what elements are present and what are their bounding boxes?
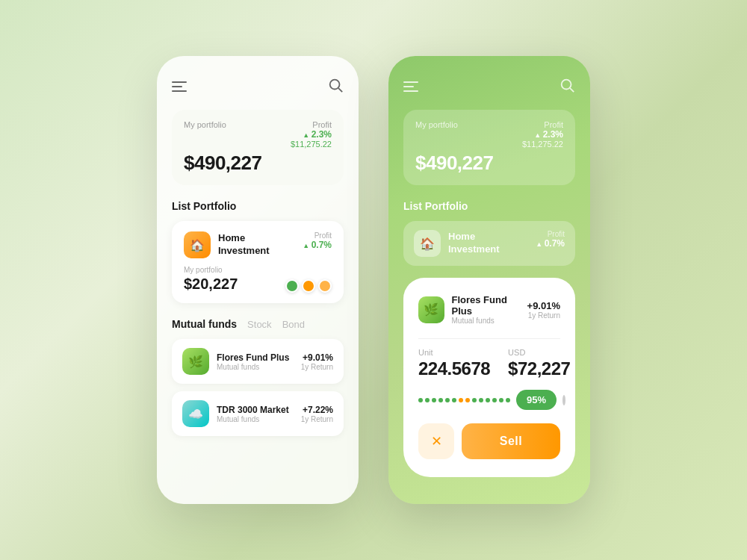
right-investment-profit-column: Profit 0.7% [536,230,565,249]
right-investment-profit-label: Profit [536,230,565,238]
search-icon[interactable] [327,77,344,96]
tab-stock[interactable]: Stock [247,319,272,330]
portfolio-value: $490,227 [184,152,332,175]
fund-right-tdr: +7.22% 1y Return [301,405,333,423]
right-investment-name: HomeInvestment [448,231,500,256]
right-home-investment-card[interactable]: 🏠 HomeInvestment Profit 0.7% [403,221,575,266]
investment-name: HomeInvestment [218,232,270,258]
sheet-fund-type: Mutual funds [452,317,527,325]
fund-icon-flores: 🌿 [182,348,209,375]
sdot-3 [432,398,436,402]
right-portfolio-value: $490,227 [415,152,563,175]
investment-icon-name: 🏠 HomeInvestment [184,231,270,258]
fund-return-label-flores: 1y Return [301,363,333,371]
hamburger-menu-icon[interactable] [172,81,187,92]
investment-portfolio-value: $20,227 [184,276,238,293]
right-list-portfolio-title: List Portfolio [403,200,575,212]
usd-metric: USD $72,227 [508,348,570,379]
right-profit-amount: $11,275.22 [522,140,563,149]
sdot-1 [418,398,423,402]
svg-line-3 [570,88,574,92]
sheet-divider [418,338,560,339]
dot-yellow [318,279,332,293]
sdot-13 [499,398,503,402]
right-portfolio-label: My portfolio [415,120,458,129]
fund-type-flores: Mutual funds [217,363,289,371]
investment-dots [285,279,332,293]
sdot-10 [479,398,483,402]
fund-card-flores[interactable]: 🌿 Flores Fund Plus Mutual funds +9.01% 1… [172,339,344,384]
investment-profit-column: Profit 0.7% [303,231,332,250]
home-investment-icon: 🏠 [184,231,211,258]
dot-green [285,279,299,293]
right-portfolio-card: My portfolio Profit 2.3% $11,275.22 $490… [403,110,575,185]
profit-percentage: 2.3% [291,129,332,140]
sdot-8 [465,398,470,402]
unit-metric: Unit 224.5678 [418,348,490,379]
usd-label: USD [508,348,570,357]
sdot-7 [459,398,463,402]
home-investment-card[interactable]: 🏠 HomeInvestment Profit 0.7% My portfoli… [172,221,344,303]
right-search-icon[interactable] [559,77,575,96]
right-profit-pct: 2.3% [522,129,563,140]
sheet-return-pct: +9.01% [527,300,560,311]
right-profit-label: Profit [522,120,563,129]
metrics-row: Unit 224.5678 USD $72,227 [418,348,560,379]
cancel-button[interactable]: ✕ [418,423,454,459]
profit-column: Profit 2.3% $11,275.22 [291,120,332,149]
bottom-sheet: 🌿 Flores Fund Plus Mutual funds +9.01% 1… [403,278,575,477]
dot-orange [302,279,315,293]
portfolio-label: My portfolio [184,120,226,129]
button-row: ✕ Sell [418,423,560,459]
sdot-2 [425,398,430,402]
profit-label: Profit [291,120,332,129]
sell-button[interactable]: Sell [462,423,560,459]
sheet-fund-right: +9.01% 1y Return [527,300,560,320]
fund-icon-tdr: ☁️ [182,400,209,427]
fund-return-pct-flores: +9.01% [301,352,333,363]
fund-name-tdr: TDR 3000 Market [217,405,289,415]
sdot-4 [438,398,443,402]
right-investment-icon-name: 🏠 HomeInvestment [414,230,500,257]
sheet-fund-icon: 🌿 [418,296,444,323]
list-portfolio-title: List Portfolio [172,200,344,212]
usd-value: $72,227 [508,358,570,379]
mutual-funds-title: Mutual funds [172,318,237,330]
svg-point-0 [330,80,340,90]
profit-amount: $11,275.22 [291,140,332,149]
portfolio-card: My portfolio Profit 2.3% $11,275.22 $490… [172,110,344,185]
fund-return-label-tdr: 1y Return [301,415,333,423]
sdot-5 [445,398,450,402]
unit-label: Unit [418,348,490,357]
sdot-12 [492,398,497,402]
fund-right-flores: +9.01% 1y Return [301,352,333,371]
sdot-6 [452,398,456,402]
right-hamburger-icon[interactable] [403,81,418,92]
right-header [403,77,575,96]
slider-pct-badge[interactable]: 95% [516,390,557,410]
mutual-funds-header: Mutual funds Stock Bond [172,318,344,330]
sdot-11 [486,398,490,402]
right-phone: My portfolio Profit 2.3% $11,275.22 $490… [388,56,590,504]
investment-profit-label: Profit [303,231,332,240]
right-home-investment-icon: 🏠 [414,230,441,257]
investment-portfolio-label: My portfolio [184,266,238,274]
svg-point-2 [562,80,571,90]
fund-left-tdr: ☁️ TDR 3000 Market Mutual funds [182,400,289,427]
sheet-fund-row: 🌿 Flores Fund Plus Mutual funds +9.01% 1… [418,294,560,325]
fund-type-tdr: Mutual funds [217,415,289,423]
sdot-9 [472,398,477,402]
fund-card-tdr[interactable]: ☁️ TDR 3000 Market Mutual funds +7.22% 1… [172,391,344,436]
right-profit-column: Profit 2.3% $11,275.22 [522,120,563,149]
fund-name-flores: Flores Fund Plus [217,352,289,363]
slider-row[interactable]: 95% [418,390,560,410]
unit-value: 224.5678 [418,358,490,379]
tab-bond[interactable]: Bond [282,319,305,330]
slider-handle[interactable] [562,395,565,405]
sheet-return-label: 1y Return [527,311,560,320]
slider-dots [418,398,510,402]
sdot-14 [506,398,510,402]
investment-profit-pct: 0.7% [303,240,332,250]
left-header [172,77,344,96]
sheet-fund-name: Flores Fund Plus [452,294,527,317]
